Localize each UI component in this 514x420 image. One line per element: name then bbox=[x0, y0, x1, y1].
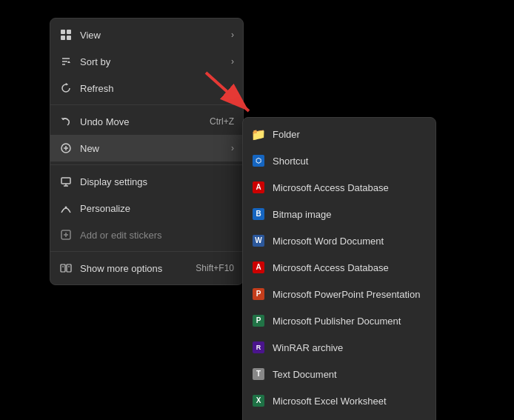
display-icon bbox=[59, 175, 73, 188]
menu-item-winrarzip[interactable]: Z WinRAR ZIP archive bbox=[243, 414, 435, 420]
main-context-menu: View › Sort by › Refresh bbox=[50, 18, 244, 285]
menu-label-more: Show more options bbox=[80, 263, 188, 274]
menu-item-access2[interactable]: A Microsoft Access Database bbox=[243, 254, 435, 281]
winrar-icon: R bbox=[252, 341, 265, 354]
svg-rect-0 bbox=[61, 30, 65, 34]
menu-label-refresh: Refresh bbox=[80, 83, 234, 94]
more-shortcut: Shift+F10 bbox=[196, 263, 234, 273]
svg-rect-10 bbox=[61, 178, 70, 184]
menu-item-new[interactable]: New › bbox=[50, 135, 243, 161]
menu-item-folder[interactable]: 📁 Folder bbox=[243, 121, 435, 147]
word-icon: W bbox=[252, 234, 265, 247]
menu-label-display: Display settings bbox=[80, 176, 234, 187]
refresh-icon bbox=[59, 81, 73, 95]
menu-item-access1[interactable]: A Microsoft Access Database bbox=[243, 174, 435, 201]
menu-item-sort-by[interactable]: Sort by › bbox=[50, 48, 243, 75]
sort-icon bbox=[59, 55, 73, 68]
menu-label-personalize: Personalize bbox=[80, 203, 234, 214]
menu-label-undo: Undo Move bbox=[80, 116, 202, 127]
menu-label-publisher: Microsoft Publisher Document bbox=[273, 316, 427, 327]
stickers-icon bbox=[59, 228, 73, 241]
svg-rect-2 bbox=[61, 36, 65, 40]
menu-item-excel[interactable]: X Microsoft Excel Worksheet bbox=[243, 387, 435, 414]
menu-label-winrar: WinRAR archive bbox=[273, 342, 427, 353]
menu-item-bitmap[interactable]: B Bitmap image bbox=[243, 201, 435, 227]
svg-rect-1 bbox=[67, 30, 71, 34]
menu-item-more[interactable]: Show more options Shift+F10 bbox=[50, 255, 243, 281]
menu-label-shortcut: Shortcut bbox=[273, 156, 427, 167]
publisher-icon: P bbox=[252, 314, 265, 327]
separator-2 bbox=[50, 164, 243, 165]
menu-label-text: Text Document bbox=[273, 369, 427, 380]
menu-item-text[interactable]: T Text Document bbox=[243, 361, 435, 387]
svg-point-13 bbox=[65, 207, 67, 209]
undo-icon bbox=[59, 115, 73, 128]
new-icon bbox=[59, 141, 73, 155]
text-icon: T bbox=[252, 367, 265, 381]
svg-rect-17 bbox=[61, 264, 65, 272]
view-arrow: › bbox=[231, 30, 234, 40]
menu-label-sort: Sort by bbox=[80, 56, 224, 67]
undo-shortcut: Ctrl+Z bbox=[210, 116, 234, 127]
new-arrow: › bbox=[231, 143, 234, 153]
menu-item-personalize[interactable]: Personalize bbox=[50, 195, 243, 221]
ppt-icon: P bbox=[252, 287, 265, 301]
folder-icon: 📁 bbox=[252, 127, 265, 141]
menu-item-refresh[interactable]: Refresh bbox=[50, 75, 243, 101]
menu-item-stickers: Add or edit stickers bbox=[50, 221, 243, 248]
menu-item-ppt[interactable]: P Microsoft PowerPoint Presentation bbox=[243, 281, 435, 307]
menu-label-word: Microsoft Word Document bbox=[273, 236, 427, 247]
svg-rect-18 bbox=[67, 264, 71, 272]
sort-arrow: › bbox=[231, 56, 234, 67]
access2-icon: A bbox=[252, 261, 265, 274]
menu-item-publisher[interactable]: P Microsoft Publisher Document bbox=[243, 307, 435, 334]
menu-item-view[interactable]: View › bbox=[50, 21, 243, 48]
separator-1 bbox=[50, 104, 243, 105]
excel-icon: X bbox=[252, 394, 265, 407]
menu-label-folder: Folder bbox=[273, 129, 427, 140]
separator-3 bbox=[50, 251, 243, 252]
menu-label-excel: Microsoft Excel Worksheet bbox=[273, 396, 427, 407]
personalize-icon bbox=[59, 201, 73, 215]
access1-icon: A bbox=[252, 181, 265, 194]
menu-item-word[interactable]: W Microsoft Word Document bbox=[243, 227, 435, 254]
menu-label-access2: Microsoft Access Database bbox=[273, 262, 427, 273]
sub-context-menu: 📁 Folder ⬡ Shortcut A Microsoft Access D… bbox=[242, 117, 436, 420]
menu-item-winrar[interactable]: R WinRAR archive bbox=[243, 334, 435, 361]
menu-label-new: New bbox=[80, 143, 224, 154]
bitmap-icon: B bbox=[252, 207, 265, 221]
menu-label-access1: Microsoft Access Database bbox=[273, 182, 427, 193]
shortcut-icon: ⬡ bbox=[252, 154, 265, 167]
menu-label-ppt: Microsoft PowerPoint Presentation bbox=[273, 289, 427, 300]
more-icon bbox=[59, 261, 73, 275]
view-icon bbox=[59, 28, 73, 41]
menu-label-bitmap: Bitmap image bbox=[273, 209, 427, 220]
menu-item-display[interactable]: Display settings bbox=[50, 168, 243, 195]
menu-label-stickers: Add or edit stickers bbox=[80, 230, 234, 241]
menu-label-view: View bbox=[80, 30, 224, 41]
menu-item-undo[interactable]: Undo Move Ctrl+Z bbox=[50, 108, 243, 135]
svg-rect-3 bbox=[67, 36, 71, 40]
menu-item-shortcut[interactable]: ⬡ Shortcut bbox=[243, 147, 435, 174]
